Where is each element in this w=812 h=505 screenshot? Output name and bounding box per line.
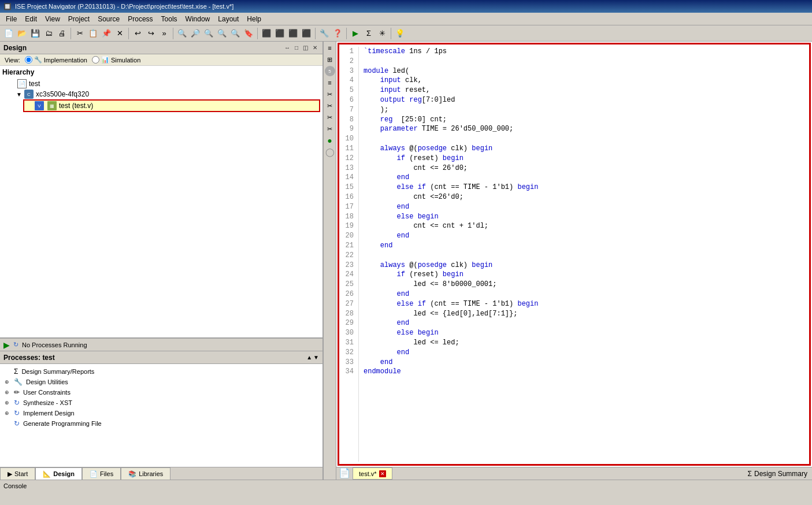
- proc-user-constraints[interactable]: ⊕ ✏ User Constraints: [2, 387, 320, 398]
- toolbar-sigma[interactable]: Σ: [362, 27, 375, 40]
- tab-files[interactable]: 📄 Files: [82, 467, 121, 480]
- line-num-22: 22: [342, 251, 354, 261]
- menu-file[interactable]: File: [2, 14, 20, 24]
- code-line-20: end: [364, 231, 807, 241]
- design-panel-header: Design ↔ □ ◫ ✕: [0, 42, 322, 54]
- proc-expand-4[interactable]: ⊕: [5, 410, 10, 416]
- toolbar-lightbulb[interactable]: 💡: [394, 27, 406, 40]
- design-restore-btn[interactable]: □: [293, 44, 300, 51]
- code-line-14: end: [364, 173, 807, 183]
- vsb-green[interactable]: ●: [325, 135, 335, 146]
- menu-layout[interactable]: Layout: [214, 14, 242, 24]
- toolbar-save-all[interactable]: 🗂: [42, 27, 55, 40]
- vsb-circle[interactable]: ◯: [325, 147, 335, 157]
- menu-source[interactable]: Source: [94, 14, 123, 24]
- toolbar-copy[interactable]: 📋: [87, 27, 99, 40]
- proc-expand-3[interactable]: ⊕: [5, 400, 10, 406]
- vsb-btn-8[interactable]: ✂: [325, 124, 335, 134]
- toolbar-search5[interactable]: 🔍: [229, 27, 242, 40]
- vsb-btn-2[interactable]: ⊞: [325, 54, 335, 65]
- vsb-btn-6[interactable]: ✂: [325, 101, 335, 111]
- toolbar-bookmark[interactable]: 🔖: [242, 27, 255, 40]
- toolbar-layout3[interactable]: ⬛: [300, 27, 313, 40]
- tree-item-xc3s500e[interactable]: ▼ C xc3s500e-4fq320: [16, 89, 320, 99]
- toolbar-play[interactable]: ▶: [349, 27, 362, 40]
- proc-label-0: Design Summary/Reports: [21, 368, 94, 375]
- menu-window[interactable]: Window: [182, 14, 214, 24]
- menu-process[interactable]: Process: [124, 14, 156, 24]
- toolbar-layout2[interactable]: ⬛: [287, 27, 299, 40]
- design-close-btn[interactable]: ✕: [311, 44, 319, 51]
- line-num-16: 16: [342, 192, 354, 202]
- editor-tab-close[interactable]: ✕: [379, 470, 386, 477]
- proc-synthesize[interactable]: ⊕ ↻ Synthesize - XST: [2, 398, 320, 408]
- vsb-btn-4[interactable]: ≡: [325, 77, 335, 88]
- menu-view[interactable]: View: [42, 14, 64, 24]
- toolbar-search2[interactable]: 🔎: [189, 27, 202, 40]
- code-line-21: end: [364, 241, 807, 251]
- editor-bottom-tabs: 📄 test.v* ✕ Σ Design Summary: [336, 467, 812, 480]
- menu-project[interactable]: Project: [65, 14, 93, 24]
- vsb-btn-7[interactable]: ✂: [325, 112, 335, 122]
- tab-libraries[interactable]: 📚 Libraries: [121, 467, 170, 480]
- tab-libraries-icon: 📚: [128, 470, 136, 478]
- code-content[interactable]: `timescale 1ns / 1ps module led( input c…: [364, 47, 807, 462]
- implementation-radio[interactable]: 🔧 Implementation: [25, 56, 87, 64]
- toolbar-star[interactable]: ✳: [376, 27, 388, 40]
- proc-expand-2[interactable]: ⊕: [5, 389, 10, 395]
- editor-tab-testv[interactable]: test.v* ✕: [353, 467, 392, 480]
- line-num-2: 2: [342, 57, 354, 66]
- toolbar-save[interactable]: 💾: [29, 27, 42, 40]
- design-panel: Design ↔ □ ◫ ✕ View: 🔧 Implementation �: [0, 42, 322, 339]
- toolbar-help2[interactable]: ❓: [331, 27, 344, 40]
- toolbar-new[interactable]: 📄: [2, 27, 15, 40]
- implementation-radio-input[interactable]: [25, 56, 32, 64]
- expand-xc3s500e[interactable]: ▼: [16, 91, 22, 98]
- tab-design[interactable]: 📐 Design: [35, 467, 82, 480]
- proc-expand-1[interactable]: ⊕: [5, 379, 10, 385]
- proc-scroll-up[interactable]: ▲: [306, 354, 312, 361]
- line-num-20: 20: [342, 231, 354, 241]
- code-editor[interactable]: 1234567891011121314151617181920212223242…: [338, 43, 811, 466]
- tree-item-testv[interactable]: V ▦ test (test.v): [23, 99, 320, 112]
- code-line-6: output reg[7:0]led: [364, 95, 807, 105]
- vsb-btn-5[interactable]: ✂: [325, 89, 335, 99]
- toolbar-run[interactable]: 🔧: [318, 27, 331, 40]
- tab-design-icon: 📐: [43, 470, 51, 478]
- menu-tools[interactable]: Tools: [158, 14, 181, 24]
- toolbar-delete[interactable]: ✕: [113, 27, 126, 40]
- toolbar-more[interactable]: »: [158, 27, 170, 40]
- toolbar-undo[interactable]: ↩: [131, 27, 144, 40]
- toolbar-copy2[interactable]: ⬛: [260, 27, 273, 40]
- proc-icon-constraints: ✏: [14, 388, 20, 396]
- menu-edit[interactable]: Edit: [21, 14, 40, 24]
- vsb-btn-1[interactable]: ≡: [325, 43, 335, 53]
- proc-scroll-dn[interactable]: ▼: [313, 354, 319, 361]
- tab-start[interactable]: ▶ Start: [0, 467, 35, 480]
- toolbar-redo[interactable]: ↪: [144, 27, 157, 40]
- toolbar-search4[interactable]: 🔍: [216, 27, 228, 40]
- vsb-btn-3[interactable]: 5: [325, 66, 335, 76]
- proc-design-utilities[interactable]: ⊕ 🔧 Design Utilities: [2, 377, 320, 387]
- simulation-radio-input[interactable]: [92, 56, 99, 64]
- design-tile-btn[interactable]: ◫: [301, 44, 310, 51]
- simulation-radio[interactable]: 📊 Simulation: [92, 56, 140, 64]
- toolbar-layout1[interactable]: ⬛: [273, 27, 286, 40]
- toolbar-paste[interactable]: 📌: [100, 27, 113, 40]
- line-num-24: 24: [342, 270, 354, 280]
- toolbar-cut[interactable]: ✂: [73, 27, 86, 40]
- toolbar-search1[interactable]: 🔍: [176, 27, 188, 40]
- code-line-11: always @(posedge clk) begin: [364, 144, 807, 154]
- toolbar-search3[interactable]: 🔍: [202, 27, 215, 40]
- toolbar-print[interactable]: 🖨: [55, 27, 68, 40]
- design-expand-btn[interactable]: ↔: [283, 44, 292, 51]
- menu-help[interactable]: Help: [243, 14, 265, 24]
- proc-implement[interactable]: ⊕ ↻ Implement Design: [2, 408, 320, 418]
- line-num-1: 1: [342, 47, 354, 57]
- proc-design-summary[interactable]: Σ Design Summary/Reports: [2, 366, 320, 377]
- tree-item-test[interactable]: 📄 test: [9, 79, 320, 89]
- toolbar-open[interactable]: 📂: [16, 27, 28, 40]
- code-line-17: end: [364, 202, 807, 212]
- proc-generate[interactable]: ↻ Generate Programming File: [2, 418, 320, 429]
- main-area: Design ↔ □ ◫ ✕ View: 🔧 Implementation �: [0, 42, 812, 480]
